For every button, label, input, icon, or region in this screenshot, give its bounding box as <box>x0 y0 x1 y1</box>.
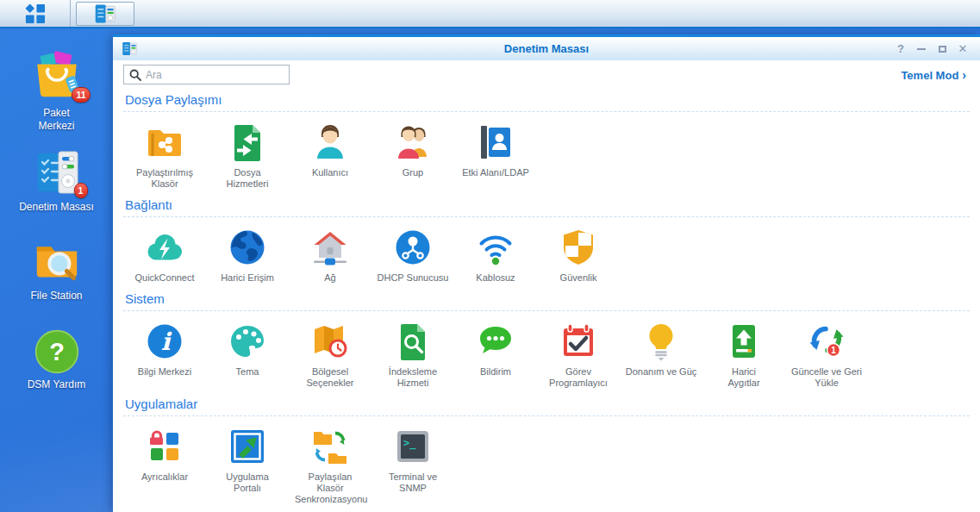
user-icon <box>309 122 351 163</box>
network-house-icon <box>309 227 351 268</box>
wifi-icon <box>475 227 516 268</box>
desktop-icon-label: DSM Yardım <box>28 378 86 391</box>
help-button[interactable]: ? <box>892 41 909 57</box>
svg-text:>_: >_ <box>403 437 416 450</box>
window-titlebar[interactable]: Denetim Masası ? ✕ <box>113 37 980 60</box>
desktop-icon-denetim-masasi[interactable]: 1 Denetim Masası <box>0 147 113 214</box>
desktop-icon-label: Denetim Masası <box>19 201 94 214</box>
cp-item-uygulama-portali[interactable]: Uygulama Portalı <box>206 426 289 494</box>
file-services-icon <box>227 122 268 163</box>
globe-icon <box>227 227 268 268</box>
desktop-icon-label: Paket Merkezi <box>26 107 88 133</box>
cp-item-indeksleme-hizmeti[interactable]: İndeksleme Hizmeti <box>371 321 454 389</box>
privileges-lock-tiles-icon <box>144 426 185 467</box>
cp-item-dhcp-sunucusu[interactable]: DHCP Sunucusu <box>371 227 454 284</box>
basic-mode-link[interactable]: Temel Mod› <box>901 68 970 82</box>
cp-item-harici-erisim[interactable]: Harici Erişim <box>206 227 289 284</box>
cp-item-kablosuz[interactable]: Kablosuz <box>454 227 537 284</box>
shield-icon <box>558 227 599 268</box>
dhcp-hub-icon <box>392 227 434 268</box>
desktop-icon-file-station[interactable]: File Station <box>0 237 113 303</box>
update-restore-icon: 1 <box>806 321 847 362</box>
cp-item-etki-alani-ldap[interactable]: Etki Alanı/LDAP <box>454 122 537 178</box>
taskbar-control-panel-button[interactable] <box>76 2 134 26</box>
desktop-icon-label: File Station <box>30 290 82 303</box>
map-clock-icon <box>309 321 351 362</box>
notification-bubble-icon <box>475 321 516 362</box>
desktop-icon-paket-merkezi[interactable]: 11 Paket Merkezi <box>0 51 113 133</box>
desktop: 11 Paket Merkezi <box>0 28 113 512</box>
section-title-uygulamalar: Uygulamalar <box>123 389 970 416</box>
minimize-button[interactable] <box>913 41 930 57</box>
cp-item-tema[interactable]: Tema <box>206 321 289 378</box>
cp-item-guvenlik[interactable]: Güvenlik <box>537 227 620 284</box>
dsm-help-icon: ? <box>33 328 81 376</box>
svg-text:?: ? <box>49 338 65 365</box>
cp-item-ayricaliklar[interactable]: Ayrıcalıklar <box>123 426 206 483</box>
chevron-right-icon: › <box>962 68 966 82</box>
domain-ldap-icon <box>475 122 516 163</box>
cp-item-quickconnect[interactable]: QuickConnect <box>123 227 206 284</box>
control-panel-icon <box>94 3 116 25</box>
cp-item-ag[interactable]: Ağ <box>289 227 371 284</box>
group-icon <box>392 122 434 163</box>
section-title-sistem: Sistem <box>123 284 970 311</box>
external-device-icon <box>723 321 765 362</box>
palette-icon <box>227 321 268 362</box>
calendar-check-icon <box>558 321 599 362</box>
cp-item-paylastirilmis-klasor[interactable]: Paylaştırılmış Klasör <box>123 122 206 190</box>
window-content: Temel Mod› Dosya Paylaşımı Paylaştır <box>113 60 980 512</box>
section-title-dosya-paylasimi: Dosya Paylaşımı <box>123 84 970 112</box>
cp-item-terminal-ve-snmp[interactable]: >_ Terminal ve SNMP <box>371 426 454 494</box>
cp-item-harici-aygitlar[interactable]: Harici Aygıtlar <box>702 321 785 389</box>
main-menu-button[interactable] <box>0 0 71 27</box>
control-panel-icon <box>122 41 138 57</box>
maximize-button[interactable] <box>933 41 951 57</box>
shared-folder-icon <box>144 122 185 163</box>
window-title: Denetim Masası <box>113 42 980 55</box>
terminal-icon: >_ <box>392 426 434 467</box>
package-center-badge: 11 <box>72 87 90 103</box>
cp-item-donanim-ve-guc[interactable]: Donanım ve Güç <box>620 321 702 378</box>
cp-item-kullanici[interactable]: Kullanıcı <box>289 122 371 178</box>
lightbulb-icon <box>640 321 682 362</box>
quickconnect-cloud-icon <box>144 227 185 268</box>
info-icon: i <box>144 321 185 362</box>
control-panel-badge: 1 <box>74 183 88 198</box>
cp-item-bolgesel-secenekler[interactable]: Bölgesel Seçenekler <box>289 321 371 389</box>
update-badge: 1 <box>831 346 836 355</box>
app-portal-arrow-icon <box>227 426 268 467</box>
search-input[interactable] <box>146 69 284 81</box>
cp-item-bildirim[interactable]: Bildirim <box>454 321 537 378</box>
folder-sync-icon <box>309 426 351 467</box>
cp-item-bilgi-merkezi[interactable]: i Bilgi Merkezi <box>123 321 206 378</box>
taskbar <box>0 0 980 28</box>
desktop-icon-dsm-yardim[interactable]: ? DSM Yardım <box>0 328 113 391</box>
cp-item-paylasilan-klasor-senkronizasyonu[interactable]: Paylaşılan Klasör Senkronizasyonu <box>289 426 371 505</box>
close-button[interactable]: ✕ <box>954 41 971 57</box>
cp-item-gorev-programlayici[interactable]: Görev Programlayıcı <box>537 321 620 389</box>
main-menu-icon <box>24 3 46 24</box>
control-panel-window: Denetim Masası ? ✕ Temel Mod› <box>113 34 980 512</box>
cp-item-dosya-hizmetleri[interactable]: Dosya Hizmetleri <box>206 122 289 190</box>
indexing-search-icon <box>392 321 434 362</box>
section-title-baglanti: Bağlantı <box>123 190 970 217</box>
search-box[interactable] <box>123 65 290 84</box>
cp-item-grup[interactable]: Grup <box>371 122 454 178</box>
file-station-icon <box>32 237 82 287</box>
cp-item-guncelle-ve-geri-yukle[interactable]: 1 Güncelle ve Geri Yükle <box>785 321 868 389</box>
search-icon <box>129 69 141 81</box>
